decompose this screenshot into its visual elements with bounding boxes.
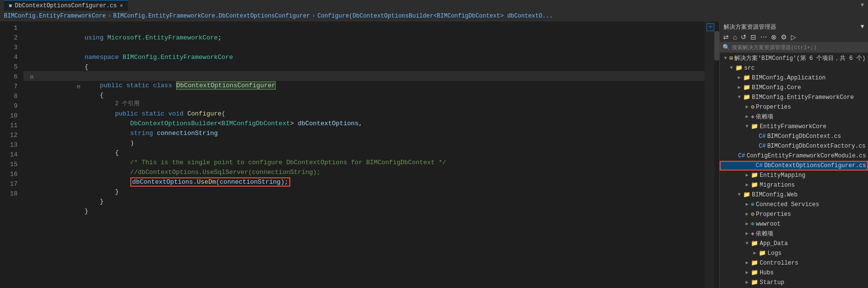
se-filter-button[interactable]: ⊗ bbox=[769, 33, 778, 41]
file-tab[interactable]: ■ DbContextOptionsConfigurer.cs × bbox=[4, 0, 128, 11]
cs-icon-dbcontextfactory: C# bbox=[759, 141, 766, 151]
code-line-14: dbContextOptions.UseDm(connectionString)… bbox=[23, 168, 705, 177]
search-placeholder: 搜索解决方案资源管理器(Ctrl+;) bbox=[732, 44, 817, 51]
se-item-wwwroot[interactable]: ▶ ⊕ wwwroot bbox=[720, 219, 868, 229]
folder-icon-src: 📁 bbox=[735, 63, 743, 73]
se-item-logs[interactable]: ▶ 📁 Logs bbox=[720, 249, 868, 258]
folder-icon-appdata: 📁 bbox=[751, 239, 758, 249]
connected-icon: ⊕ bbox=[751, 200, 754, 210]
gutter-right: + bbox=[705, 21, 714, 288]
cs-file-icon: ■ bbox=[9, 3, 12, 9]
folder-icon-startup: 📁 bbox=[751, 278, 758, 288]
code-editor[interactable]: using Microsoft.EntityFrameworkCore; nam… bbox=[23, 21, 705, 288]
se-show-all-button[interactable]: ⋯ bbox=[759, 33, 768, 41]
se-label-web: BIMConfig.Web bbox=[752, 190, 798, 200]
se-item-dbcontextoptions[interactable]: C# DbContextOptionsConfigurer.cs bbox=[720, 161, 868, 171]
solution-explorer-title: 解决方案资源管理器 bbox=[724, 23, 776, 31]
se-item-application[interactable]: ▶ 📁 BIMConfig.Application bbox=[720, 73, 868, 83]
tab-close-button[interactable]: × bbox=[120, 3, 123, 9]
cs-icon-efcoremodule: C# bbox=[738, 151, 745, 161]
se-item-migrations[interactable]: ▶ 📁 Migrations bbox=[720, 180, 868, 190]
se-item-web[interactable]: ▼ 📁 BIMConfig.Web bbox=[720, 190, 868, 200]
code-line-2 bbox=[23, 33, 705, 43]
add-line-button[interactable]: + bbox=[707, 23, 714, 31]
breadcrumb-namespace: BIMConfig.EntityFrameworkCore bbox=[4, 13, 106, 19]
folder-icon-migrations: 📁 bbox=[751, 180, 758, 190]
se-label-controllers: Controllers bbox=[760, 258, 798, 268]
solution-explorer: 解决方案资源管理器 ▼ ⇄ ⌂ ↺ ⊟ ⋯ ⊗ ⚙ ▷ 🔍 搜索解决方案资源管理… bbox=[719, 21, 868, 288]
se-item-efcore[interactable]: ▼ 📁 BIMConfig.EntityFrameworkCore bbox=[720, 93, 868, 102]
folder-icon-efcore: 📁 bbox=[743, 93, 750, 102]
breadcrumb: BIMConfig.EntityFrameworkCore › BIMConfi… bbox=[4, 13, 553, 19]
se-item-dbcontextfactory[interactable]: C# BIMConfigDbContextFactory.cs bbox=[720, 141, 868, 151]
se-label-props-web: Properties bbox=[756, 210, 791, 219]
se-more-button[interactable]: ▷ bbox=[789, 33, 798, 41]
code-line-7: public static void Configure( bbox=[23, 99, 705, 109]
www-icon: ⊕ bbox=[751, 219, 754, 229]
se-item-src[interactable]: ▼ 📁 src bbox=[720, 63, 868, 73]
search-icon: 🔍 bbox=[723, 44, 730, 51]
se-sync-button[interactable]: ⇄ bbox=[722, 33, 730, 41]
se-label-core: BIMConfig.Core bbox=[752, 83, 801, 93]
se-item-properties-efcore[interactable]: ▶ ⚙ Properties bbox=[720, 102, 868, 112]
breadcrumb-bar: BIMConfig.EntityFrameworkCore › BIMConfi… bbox=[0, 11, 868, 21]
editor-scrollbar[interactable] bbox=[714, 21, 719, 288]
scrollbar-thumb[interactable] bbox=[714, 31, 719, 60]
se-item-controllers[interactable]: ▶ 📁 Controllers bbox=[720, 258, 868, 268]
se-item-efc-folder[interactable]: ▼ 📁 EntityFrameworkCore bbox=[720, 122, 868, 132]
title-bar: ■ DbContextOptionsConfigurer.cs × ▼ bbox=[0, 0, 868, 11]
se-header-dropdown[interactable]: ▼ bbox=[861, 23, 864, 30]
tab-label: DbContextOptionsConfigurer.cs bbox=[15, 2, 117, 9]
se-label-connectedservices: Connected Services bbox=[756, 200, 819, 210]
se-label-hubs: Hubs bbox=[760, 268, 774, 278]
se-item-core[interactable]: ▶ 📁 BIMConfig.Core bbox=[720, 83, 868, 93]
code-line-15: } bbox=[23, 177, 705, 187]
se-label-props-efcore: Properties bbox=[756, 102, 791, 112]
cs-icon-dbcontextoptions: C# bbox=[756, 161, 763, 171]
se-item-deps-web[interactable]: ▶ ◈ 依赖项 bbox=[720, 229, 868, 239]
code-line-12: /* This is the single point to configure… bbox=[23, 148, 705, 158]
se-item-dbcontext[interactable]: C# BIMConfigDbContext.cs bbox=[720, 132, 868, 141]
se-settings-button[interactable]: ⚙ bbox=[779, 33, 788, 41]
code-line-3: namespace BIMConfig.EntityFrameworkCore bbox=[23, 43, 705, 53]
se-item-efcoremodule[interactable]: C# ConfigEntityFrameworkCoreModule.cs bbox=[720, 151, 868, 161]
se-label-dbcontextfactory: BIMConfigDbContextFactory.cs bbox=[767, 141, 866, 151]
main-area: 1 2 3 4 5 6 7 8 9 10 11 12 13 14 15 16 1… bbox=[0, 21, 868, 288]
breadcrumb-class: BIMConfig.EntityFrameworkCore.DbContextO… bbox=[113, 13, 310, 19]
code-line-4: { ⊟ bbox=[23, 53, 705, 62]
code-line-18 bbox=[23, 207, 705, 216]
solution-explorer-header: 解决方案资源管理器 ▼ bbox=[720, 21, 868, 32]
code-line-4-refcount: 2 个引用 bbox=[23, 62, 705, 71]
se-item-hubs[interactable]: ▶ 📁 Hubs bbox=[720, 268, 868, 278]
props-icon-1: ⚙ bbox=[751, 102, 754, 112]
code-line-8: DbContextOptionsBuilder<BIMConfigDbConte… bbox=[23, 109, 705, 119]
editor-container: 1 2 3 4 5 6 7 8 9 10 11 12 13 14 15 16 1… bbox=[0, 21, 719, 288]
se-item-deps-efcore[interactable]: ▶ ◈ 依赖项 bbox=[720, 112, 868, 122]
solution-root[interactable]: ▼ ⊞ 解决方案'BIMConfig'(第 6 个项目，共 6 个) bbox=[720, 54, 868, 63]
se-label-dbcontext: BIMConfigDbContext.cs bbox=[767, 132, 841, 141]
line-numbers: 1 2 3 4 5 6 7 8 9 10 11 12 13 14 15 16 1… bbox=[0, 21, 23, 288]
se-item-entitymapping[interactable]: ▶ 📁 EntityMapping bbox=[720, 171, 868, 180]
folder-icon-logs: 📁 bbox=[759, 249, 766, 258]
code-line-11: { bbox=[23, 138, 705, 148]
cs-icon-dbcontext: C# bbox=[759, 132, 766, 141]
code-line-5: public static class DbContextOptionsConf… bbox=[23, 71, 705, 81]
solution-label: 解决方案'BIMConfig'(第 6 个项目，共 6 个) bbox=[734, 54, 866, 63]
se-item-connectedservices[interactable]: ▶ ⊕ Connected Services bbox=[720, 200, 868, 210]
folder-icon-hubs: 📁 bbox=[751, 268, 758, 278]
se-item-props-web[interactable]: ▶ ⚙ Properties bbox=[720, 210, 868, 219]
se-collapse-button[interactable]: ⊟ bbox=[749, 33, 758, 41]
tab-dropdown-icon[interactable]: ▼ bbox=[861, 2, 864, 9]
se-refresh-button[interactable]: ↺ bbox=[739, 33, 748, 41]
se-item-startup[interactable]: ▶ 📁 Startup bbox=[720, 278, 868, 288]
se-label-startup: Startup bbox=[760, 278, 784, 288]
code-line-6-refcount: 2 个引用 bbox=[23, 91, 705, 99]
se-label-src: src bbox=[744, 63, 755, 73]
props-icon-web: ⚙ bbox=[751, 210, 754, 219]
se-label-efc-folder: EntityFrameworkCore bbox=[760, 122, 827, 132]
se-tree: ▼ ⊞ 解决方案'BIMConfig'(第 6 个项目，共 6 个) ▼ 📁 s… bbox=[720, 53, 868, 288]
se-item-appdata[interactable]: ▼ 📁 App_Data bbox=[720, 239, 868, 249]
se-home-button[interactable]: ⌂ bbox=[731, 33, 738, 41]
code-line-16: } bbox=[23, 187, 705, 197]
code-line-9: string connectionString bbox=[23, 119, 705, 129]
